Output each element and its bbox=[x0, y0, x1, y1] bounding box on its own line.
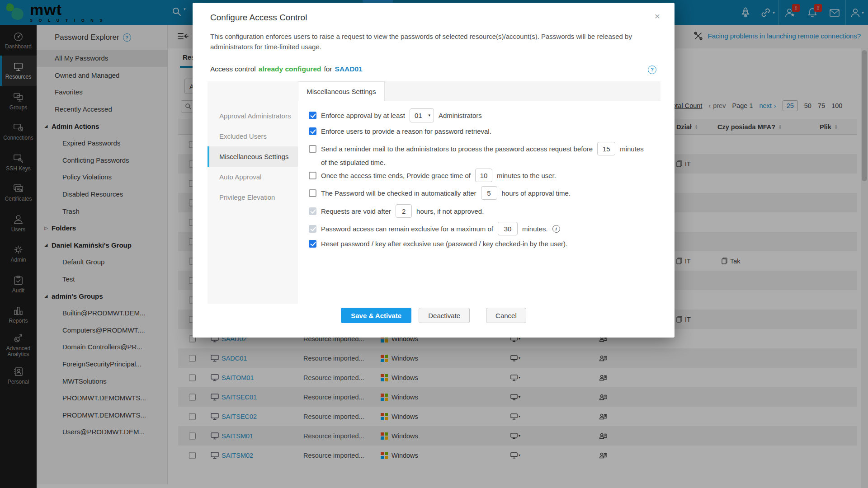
administrators-count-select[interactable]: 01▾ bbox=[410, 108, 434, 122]
setting-requests-void: Requests are void after hours, if not ap… bbox=[309, 204, 655, 218]
setting-exclusive-max: Password access can remain exclusive for… bbox=[309, 222, 655, 235]
modal-help-button[interactable]: ? bbox=[648, 65, 656, 74]
nav-excluded-users[interactable]: Excluded Users bbox=[208, 126, 298, 146]
checkbox[interactable] bbox=[309, 240, 316, 248]
exclusive-minutes-input[interactable] bbox=[498, 222, 518, 235]
close-icon[interactable]: × bbox=[655, 11, 660, 22]
checkbox[interactable] bbox=[309, 145, 316, 153]
modal-buttons: Save & Activate Deactivate Cancel bbox=[193, 308, 675, 323]
checkbox[interactable] bbox=[309, 127, 316, 135]
info-icon[interactable]: i bbox=[552, 225, 560, 233]
nav-approval-administrators[interactable]: Approval Administrators bbox=[208, 106, 298, 126]
setting-enforce-approval: Enforce approval by at least 01▾ Adminis… bbox=[309, 108, 655, 122]
setting-reminder-mail: Send a reminder mail to the administrato… bbox=[309, 142, 655, 166]
setting-reset-password: Reset password / key after exclusive use… bbox=[309, 237, 655, 250]
void-hours-input[interactable] bbox=[396, 204, 412, 218]
modal-body: Approval Administrators Excluded Users M… bbox=[208, 81, 660, 304]
setting-grace-time: Once the access time ends, Provide grace… bbox=[309, 169, 655, 182]
miscellaneous-settings-panel: Enforce approval by at least 01▾ Adminis… bbox=[298, 101, 660, 304]
save-activate-button[interactable]: Save & Activate bbox=[341, 308, 411, 323]
checkin-hours-input[interactable] bbox=[481, 186, 497, 200]
cancel-button[interactable]: Cancel bbox=[486, 308, 526, 323]
divider bbox=[193, 26, 675, 26]
checkbox[interactable] bbox=[309, 112, 316, 119]
help-icon: ? bbox=[648, 66, 656, 74]
modal-nav: Approval Administrators Excluded Users M… bbox=[208, 81, 298, 304]
modal-description: This configuration enforces users to rai… bbox=[210, 31, 646, 52]
checkbox[interactable] bbox=[309, 207, 316, 215]
status-badge: already configured bbox=[259, 65, 321, 73]
modal-tabstrip: Miscellaneous Settings bbox=[298, 81, 660, 101]
setting-auto-checkin: The Password will be checked in automati… bbox=[309, 186, 655, 200]
app: mwt S O L U T I O N S ▾ ▾ ! ! bbox=[0, 0, 868, 488]
deactivate-button[interactable]: Deactivate bbox=[419, 308, 470, 323]
modal-title: Configure Access Control bbox=[210, 13, 307, 23]
nav-auto-approval[interactable]: Auto Approval bbox=[208, 167, 298, 187]
grace-minutes-input[interactable] bbox=[475, 169, 492, 182]
checkbox[interactable] bbox=[309, 172, 316, 179]
checkbox[interactable] bbox=[309, 189, 316, 197]
tab-miscellaneous-settings[interactable]: Miscellaneous Settings bbox=[298, 81, 385, 101]
resource-name: SAAD01 bbox=[335, 65, 363, 73]
nav-privilege-elevation[interactable]: Privilege Elevation bbox=[208, 187, 298, 207]
setting-enforce-reason: Enforce users to provide a reason for pa… bbox=[309, 124, 655, 138]
checkbox[interactable] bbox=[309, 225, 316, 233]
reminder-minutes-input[interactable] bbox=[597, 142, 615, 155]
configure-access-control-modal: Configure Access Control × This configur… bbox=[193, 3, 675, 338]
chevron-down-icon: ▾ bbox=[428, 113, 430, 117]
access-status-line: Access control already configured for SA… bbox=[210, 65, 363, 73]
nav-miscellaneous-settings[interactable]: Miscellaneous Settings bbox=[208, 146, 298, 167]
